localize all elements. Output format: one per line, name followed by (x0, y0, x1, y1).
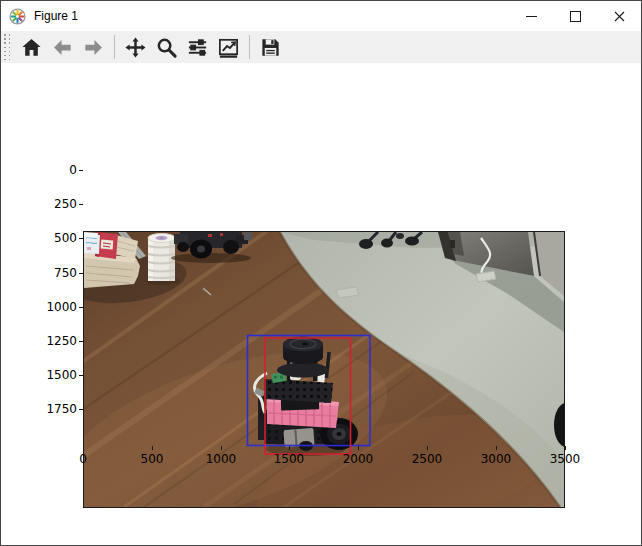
y-tick (79, 204, 83, 205)
background-robot (171, 232, 252, 263)
line-chart-icon (217, 36, 240, 59)
y-tick-label: 0 (31, 163, 77, 177)
x-tick (496, 446, 497, 450)
save-button[interactable] (257, 34, 284, 61)
y-tick-label: 1750 (31, 402, 77, 416)
window-title: Figure 1 (34, 9, 78, 23)
sliders-icon (186, 36, 209, 59)
x-tick (358, 446, 359, 450)
x-tick-label: 3500 (543, 452, 587, 466)
title-bar[interactable]: Figure 1 (1, 1, 641, 31)
y-tick-label: 750 (31, 266, 77, 280)
toolbar-separator (249, 35, 250, 59)
pan-arrows-icon (124, 36, 147, 59)
x-tick (83, 446, 84, 450)
magnifier-icon (155, 36, 178, 59)
toolbar-grip[interactable] (4, 34, 10, 60)
home-button[interactable] (18, 34, 45, 61)
x-tick (152, 446, 153, 450)
floppy-disk-icon (259, 36, 282, 59)
configure-subplots-button[interactable] (184, 34, 211, 61)
x-tick-label: 3000 (474, 452, 518, 466)
matplotlib-logo-icon (9, 8, 26, 25)
edit-parameters-button[interactable] (215, 34, 242, 61)
x-tick (427, 446, 428, 450)
book-stack (84, 232, 140, 288)
window-controls (509, 1, 641, 31)
x-tick-label: 1000 (199, 452, 243, 466)
figure-canvas[interactable] (1, 63, 641, 545)
y-tick-label: 500 (31, 231, 77, 245)
minimize-icon (526, 16, 537, 17)
x-tick (565, 446, 566, 450)
y-tick (79, 238, 83, 239)
home-icon (20, 36, 43, 59)
y-tick (79, 307, 83, 308)
pan-button[interactable] (122, 34, 149, 61)
maximize-button[interactable] (553, 1, 597, 31)
close-icon (614, 11, 625, 22)
forward-button[interactable] (80, 34, 107, 61)
y-tick (79, 170, 83, 171)
figure-toolbar (1, 31, 641, 63)
x-tick-label: 1500 (267, 452, 311, 466)
y-tick-label: 250 (31, 197, 77, 211)
x-tick-label: 2000 (336, 452, 380, 466)
close-button[interactable] (597, 1, 641, 31)
x-tick (289, 446, 290, 450)
back-button[interactable] (49, 34, 76, 61)
y-tick-label: 1500 (31, 368, 77, 382)
lidar-sensor (277, 337, 329, 378)
maximize-icon (570, 11, 581, 22)
y-tick (79, 273, 83, 274)
x-tick (221, 446, 222, 450)
back-arrow-icon (51, 36, 74, 59)
y-tick (79, 409, 83, 410)
x-tick-label: 500 (130, 452, 174, 466)
y-tick (79, 341, 83, 342)
y-tick-label: 1000 (31, 300, 77, 314)
y-tick-label: 1250 (31, 334, 77, 348)
forward-arrow-icon (82, 36, 105, 59)
zoom-rect-button[interactable] (153, 34, 180, 61)
y-tick (79, 375, 83, 376)
minimize-button[interactable] (509, 1, 553, 31)
x-tick-label: 2500 (405, 452, 449, 466)
x-tick-label: 0 (61, 452, 105, 466)
plot-axes[interactable] (83, 231, 565, 508)
toolbar-separator (114, 35, 115, 59)
